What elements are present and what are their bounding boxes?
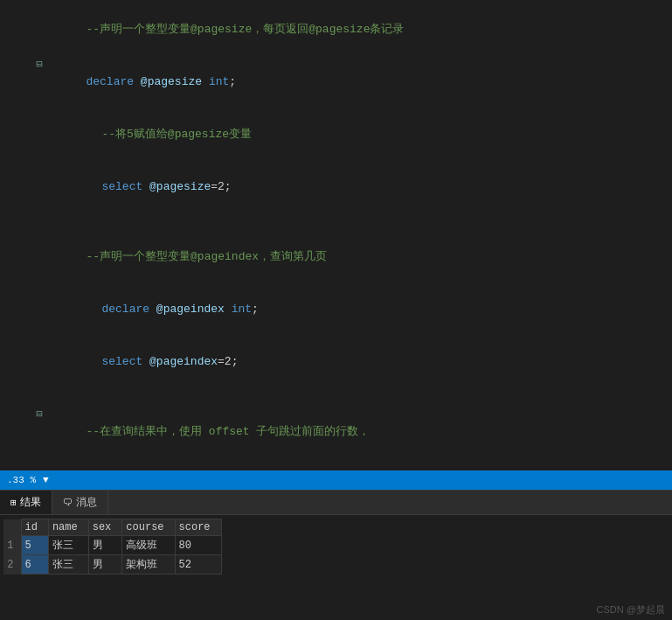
code-line-10: ⊟ --在查询结果中，使用 offset 子句跳过前面的行数， xyxy=(31,406,672,458)
col-id: id xyxy=(21,519,48,536)
table-row[interactable]: 15张三男高级班80 xyxy=(3,536,221,555)
collapse-icon-10[interactable]: ⊟ xyxy=(31,406,47,423)
row-number: 1 xyxy=(3,536,21,555)
code-line-8: select @pageindex=2; xyxy=(31,336,672,388)
table-header-row: id name sex course score xyxy=(3,519,221,536)
zoom-dropdown[interactable]: ▼ xyxy=(43,475,49,485)
code-line-3: --将5赋值给@pagesize变量 xyxy=(31,108,672,161)
row-number: 2 xyxy=(3,555,21,575)
results-table: id name sex course score 15张三男高级班8026张三男… xyxy=(3,519,222,575)
code-line-9 xyxy=(31,388,672,406)
collapse-icon-2[interactable]: ⊟ xyxy=(31,56,47,73)
code-lines: --声明一个整型变量@pagesize，每页返回@pagesize条记录 ⊟ d… xyxy=(0,3,672,470)
bottom-panel: ⊞ 结果 🗨 消息 id name sex course score 15张三男… xyxy=(0,490,672,620)
zoom-level: .33 % xyxy=(7,475,36,485)
tab-results-label: 结果 xyxy=(20,495,41,510)
message-icon: 🗨 xyxy=(63,497,73,508)
tab-messages-label: 消息 xyxy=(76,495,97,510)
col-sex: sex xyxy=(88,519,122,536)
status-bar: .33 % ▼ xyxy=(0,470,672,490)
cell-score[interactable]: 52 xyxy=(175,555,221,575)
results-area: id name sex course score 15张三男高级班8026张三男… xyxy=(0,515,672,620)
tab-messages[interactable]: 🗨 消息 xyxy=(52,491,108,514)
code-line-5 xyxy=(31,213,672,231)
cell-score[interactable]: 80 xyxy=(175,536,221,555)
code-line-2: ⊟ declare @pagesize int; xyxy=(31,56,672,108)
col-rownum xyxy=(3,519,21,536)
grid-icon: ⊞ xyxy=(10,497,17,508)
code-line-1: --声明一个整型变量@pagesize，每页返回@pagesize条记录 xyxy=(31,3,672,56)
cell-sex[interactable]: 男 xyxy=(88,555,122,575)
code-editor[interactable]: --声明一个整型变量@pagesize，每页返回@pagesize条记录 ⊟ d… xyxy=(0,0,672,470)
cell-name[interactable]: 张三 xyxy=(48,555,88,575)
col-score: score xyxy=(175,519,221,536)
cell-name[interactable]: 张三 xyxy=(48,536,88,555)
code-line-7: declare @pageindex int; xyxy=(31,283,672,336)
table-row[interactable]: 26张三男架构班52 xyxy=(3,555,221,575)
tab-results[interactable]: ⊞ 结果 xyxy=(0,491,52,514)
code-line-4: select @pagesize=2; xyxy=(31,161,672,213)
cell-sex[interactable]: 男 xyxy=(88,536,122,555)
watermark: CSDN @梦起晨 xyxy=(597,603,665,617)
cell-course[interactable]: 架构班 xyxy=(122,555,175,575)
cell-id[interactable]: 5 xyxy=(21,536,48,555)
cell-course[interactable]: 高级班 xyxy=(122,536,175,555)
cell-id[interactable]: 6 xyxy=(21,555,48,575)
col-name: name xyxy=(48,519,88,536)
bottom-tabs: ⊞ 结果 🗨 消息 xyxy=(0,491,672,515)
code-line-6: --声明一个整型变量@pageindex，查询第几页 xyxy=(31,231,672,283)
col-course: course xyxy=(122,519,175,536)
code-line-11: --使用 fetch next 子句获取指定数量的行数，从而实现分页查询的效果。 xyxy=(31,458,672,470)
